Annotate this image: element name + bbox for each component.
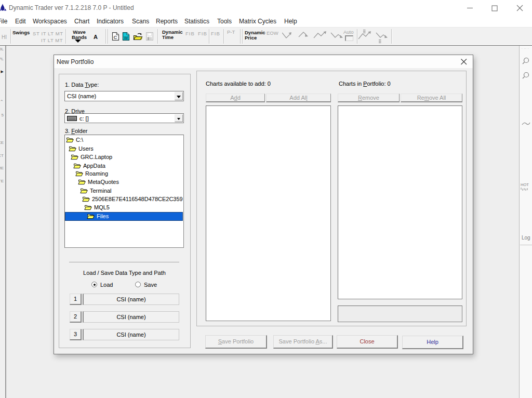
svg-text:C: C (114, 34, 117, 40)
svg-text:W: W (124, 35, 128, 41)
